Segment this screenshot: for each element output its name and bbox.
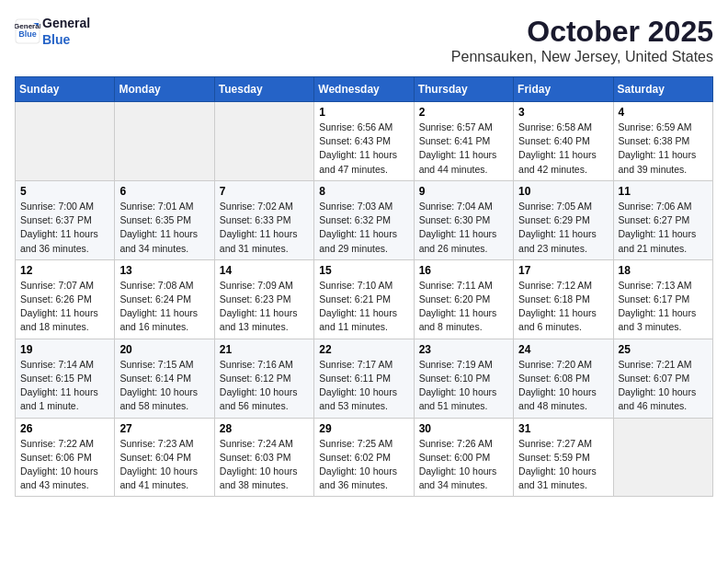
day-number: 26: [20, 422, 109, 435]
calendar-table: SundayMondayTuesdayWednesdayThursdayFrid…: [15, 76, 713, 497]
day-number: 16: [419, 264, 508, 277]
calendar-cell: 8Sunrise: 7:03 AMSunset: 6:32 PMDaylight…: [314, 180, 414, 259]
calendar-week-row: 12Sunrise: 7:07 AMSunset: 6:26 PMDayligh…: [16, 259, 713, 339]
day-number: 18: [619, 264, 708, 277]
day-number: 6: [119, 185, 209, 198]
calendar-cell: 14Sunrise: 7:09 AMSunset: 6:23 PMDayligh…: [214, 259, 313, 339]
day-number: 21: [220, 343, 309, 356]
day-number: 7: [220, 185, 309, 198]
day-info: Sunrise: 7:02 AMSunset: 6:33 PMDaylight:…: [220, 200, 309, 256]
day-of-week-header: Tuesday: [214, 77, 313, 102]
day-number: 11: [619, 185, 708, 198]
day-info: Sunrise: 7:25 AMSunset: 6:02 PMDaylight:…: [319, 437, 408, 493]
day-number: 20: [119, 343, 209, 356]
day-number: 25: [619, 343, 708, 356]
day-number: 14: [220, 264, 309, 277]
calendar-cell: 3Sunrise: 6:58 AMSunset: 6:40 PMDaylight…: [514, 102, 613, 181]
day-info: Sunrise: 7:08 AMSunset: 6:24 PMDaylight:…: [119, 279, 209, 335]
calendar-cell: 13Sunrise: 7:08 AMSunset: 6:24 PMDayligh…: [115, 259, 214, 339]
day-info: Sunrise: 7:23 AMSunset: 6:04 PMDaylight:…: [119, 437, 209, 493]
calendar-cell: [115, 102, 214, 181]
day-info: Sunrise: 7:06 AMSunset: 6:27 PMDaylight:…: [619, 200, 708, 256]
day-number: 5: [20, 185, 109, 198]
day-of-week-header: Sunday: [16, 77, 115, 102]
logo-icon: General Blue: [15, 18, 40, 44]
day-number: 3: [518, 106, 608, 119]
calendar-header: October 2025 Pennsauken, New Jersey, Uni…: [451, 15, 713, 65]
calendar-cell: 4Sunrise: 6:59 AMSunset: 6:38 PMDaylight…: [613, 102, 712, 181]
day-info: Sunrise: 7:15 AMSunset: 6:14 PMDaylight:…: [119, 358, 209, 414]
calendar-cell: 30Sunrise: 7:26 AMSunset: 6:00 PMDayligh…: [414, 418, 513, 497]
calendar-cell: 23Sunrise: 7:19 AMSunset: 6:10 PMDayligh…: [414, 339, 513, 418]
calendar-cell: 17Sunrise: 7:12 AMSunset: 6:18 PMDayligh…: [514, 259, 613, 339]
day-info: Sunrise: 7:01 AMSunset: 6:35 PMDaylight:…: [119, 200, 209, 256]
day-info: Sunrise: 6:59 AMSunset: 6:38 PMDaylight:…: [619, 121, 708, 177]
day-number: 13: [119, 264, 209, 277]
day-info: Sunrise: 7:03 AMSunset: 6:32 PMDaylight:…: [319, 200, 408, 256]
calendar-cell: 26Sunrise: 7:22 AMSunset: 6:06 PMDayligh…: [16, 418, 115, 497]
day-number: 9: [419, 185, 508, 198]
day-info: Sunrise: 7:17 AMSunset: 6:11 PMDaylight:…: [319, 358, 408, 414]
day-number: 17: [518, 264, 608, 277]
calendar-cell: 27Sunrise: 7:23 AMSunset: 6:04 PMDayligh…: [115, 418, 214, 497]
day-info: Sunrise: 7:05 AMSunset: 6:29 PMDaylight:…: [518, 200, 608, 256]
day-info: Sunrise: 7:20 AMSunset: 6:08 PMDaylight:…: [518, 358, 608, 414]
day-number: 4: [619, 106, 708, 119]
day-info: Sunrise: 7:27 AMSunset: 5:59 PMDaylight:…: [518, 437, 608, 493]
logo-text-general: General: [42, 16, 90, 30]
calendar-cell: [214, 102, 313, 181]
day-info: Sunrise: 7:13 AMSunset: 6:17 PMDaylight:…: [619, 279, 708, 335]
day-info: Sunrise: 7:04 AMSunset: 6:30 PMDaylight:…: [419, 200, 508, 256]
day-info: Sunrise: 7:22 AMSunset: 6:06 PMDaylight:…: [20, 437, 109, 493]
day-info: Sunrise: 6:57 AMSunset: 6:41 PMDaylight:…: [419, 121, 508, 177]
day-info: Sunrise: 7:00 AMSunset: 6:37 PMDaylight:…: [20, 200, 109, 256]
day-info: Sunrise: 7:07 AMSunset: 6:26 PMDaylight:…: [20, 279, 109, 335]
day-info: Sunrise: 7:24 AMSunset: 6:03 PMDaylight:…: [220, 437, 309, 493]
calendar-cell: 5Sunrise: 7:00 AMSunset: 6:37 PMDaylight…: [16, 180, 115, 259]
calendar-cell: 16Sunrise: 7:11 AMSunset: 6:20 PMDayligh…: [414, 259, 513, 339]
calendar-cell: 21Sunrise: 7:16 AMSunset: 6:12 PMDayligh…: [214, 339, 313, 418]
day-number: 1: [319, 106, 408, 119]
calendar-cell: 22Sunrise: 7:17 AMSunset: 6:11 PMDayligh…: [314, 339, 414, 418]
calendar-cell: 1Sunrise: 6:56 AMSunset: 6:43 PMDaylight…: [314, 102, 414, 181]
calendar-title: October 2025: [451, 15, 713, 49]
day-info: Sunrise: 7:11 AMSunset: 6:20 PMDaylight:…: [419, 279, 508, 335]
svg-text:Blue: Blue: [18, 29, 37, 39]
calendar-cell: [16, 102, 115, 181]
day-info: Sunrise: 7:19 AMSunset: 6:10 PMDaylight:…: [419, 358, 508, 414]
day-info: Sunrise: 7:12 AMSunset: 6:18 PMDaylight:…: [518, 279, 608, 335]
day-of-week-header: Wednesday: [314, 77, 414, 102]
day-info: Sunrise: 7:16 AMSunset: 6:12 PMDaylight:…: [220, 358, 309, 414]
day-number: 24: [518, 343, 608, 356]
calendar-cell: 19Sunrise: 7:14 AMSunset: 6:15 PMDayligh…: [16, 339, 115, 418]
day-of-week-header: Thursday: [414, 77, 513, 102]
day-number: 15: [319, 264, 408, 277]
day-info: Sunrise: 7:10 AMSunset: 6:21 PMDaylight:…: [319, 279, 408, 335]
calendar-cell: 6Sunrise: 7:01 AMSunset: 6:35 PMDaylight…: [115, 180, 214, 259]
calendar-week-row: 5Sunrise: 7:00 AMSunset: 6:37 PMDaylight…: [16, 180, 713, 259]
calendar-cell: 9Sunrise: 7:04 AMSunset: 6:30 PMDaylight…: [414, 180, 513, 259]
calendar-header-row: SundayMondayTuesdayWednesdayThursdayFrid…: [16, 77, 713, 102]
day-info: Sunrise: 7:09 AMSunset: 6:23 PMDaylight:…: [220, 279, 309, 335]
calendar-cell: 25Sunrise: 7:21 AMSunset: 6:07 PMDayligh…: [613, 339, 712, 418]
calendar-week-row: 1Sunrise: 6:56 AMSunset: 6:43 PMDaylight…: [16, 102, 713, 181]
day-number: 10: [518, 185, 608, 198]
day-info: Sunrise: 7:26 AMSunset: 6:00 PMDaylight:…: [419, 437, 508, 493]
day-number: 19: [20, 343, 109, 356]
logo-text-blue: Blue: [42, 32, 70, 47]
day-of-week-header: Monday: [115, 77, 214, 102]
calendar-cell: 28Sunrise: 7:24 AMSunset: 6:03 PMDayligh…: [214, 418, 313, 497]
calendar-cell: 12Sunrise: 7:07 AMSunset: 6:26 PMDayligh…: [16, 259, 115, 339]
calendar-cell: 31Sunrise: 7:27 AMSunset: 5:59 PMDayligh…: [514, 418, 613, 497]
calendar-cell: 7Sunrise: 7:02 AMSunset: 6:33 PMDaylight…: [214, 180, 313, 259]
calendar-week-row: 19Sunrise: 7:14 AMSunset: 6:15 PMDayligh…: [16, 339, 713, 418]
day-info: Sunrise: 7:14 AMSunset: 6:15 PMDaylight:…: [20, 358, 109, 414]
day-number: 2: [419, 106, 508, 119]
day-number: 28: [220, 422, 309, 435]
day-number: 23: [419, 343, 508, 356]
calendar-cell: 15Sunrise: 7:10 AMSunset: 6:21 PMDayligh…: [314, 259, 414, 339]
day-of-week-header: Friday: [514, 77, 613, 102]
calendar-cell: 20Sunrise: 7:15 AMSunset: 6:14 PMDayligh…: [115, 339, 214, 418]
calendar-cell: 2Sunrise: 6:57 AMSunset: 6:41 PMDaylight…: [414, 102, 513, 181]
day-info: Sunrise: 6:56 AMSunset: 6:43 PMDaylight:…: [319, 121, 408, 177]
